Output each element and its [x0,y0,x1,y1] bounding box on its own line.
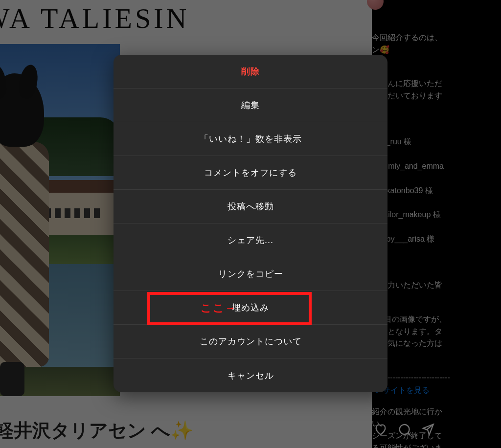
like-icon[interactable] [374,423,387,436]
mention[interactable]: @n.by___arisa 様 [372,233,501,246]
post-header-title: ZAWA TALIESIN [0,2,189,35]
caption-p2: 皆さんに応援いただ いただいております [372,78,501,102]
mention[interactable]: @ig_ruu 様 [372,136,501,148]
menu-item-embed[interactable]: 埋め込み [114,291,387,325]
hashtag-text: #軽井沢タリアセン [0,420,146,441]
menu-item-cancel[interactable]: キャンセル [114,358,387,392]
caption-p1: 今回紹介するのは、 ン🥰 [372,32,501,56]
caption-p4: 6枚目の画像ですが、 画像となります。タ で、気になった方は [372,314,501,350]
menu-item-share-to[interactable]: シェア先... [114,224,387,257]
mention[interactable]: @takatonbo39 様 [372,185,501,197]
post-action-row [372,423,434,436]
mention[interactable]: @mimiy_and_emma [372,160,501,173]
menu-item-delete[interactable]: 削除 [114,55,387,89]
menu-item-turn-off-comments[interactable]: コメントをオフにする [114,156,387,190]
mention[interactable]: @sailor_makeup 様 [372,209,501,221]
hashtag-suffix: へ [146,420,171,441]
post-hashtag-row: めて #軽井沢タリアセン へ✨ [0,418,193,443]
app-stage: ZAWA TALIESIN めて #軽井沢タリアセン へ✨ [0,0,501,448]
caption-mentions: @ig_ruu 様 @mimiy_and_emma @takatonbo39 様… [372,124,501,258]
share-icon[interactable] [421,423,434,436]
menu-item-go-to-post[interactable]: 投稿へ移動 [114,190,387,224]
menu-item-hide-likes[interactable]: 「いいね！」数を非表示 [114,122,387,156]
post-options-menu: 削除 編集 「いいね！」数を非表示 コメントをオフにする 投稿へ移動 シェア先.… [114,55,387,392]
menu-item-edit[interactable]: 編集 [114,89,387,122]
caption-p3: ご協力いただいた皆 [372,279,501,291]
menu-item-copy-link[interactable]: リンクをコピー [114,257,387,291]
caption-divider: ------------------------------ [372,372,501,384]
dog-illustration [0,73,49,391]
post-photo [0,44,120,396]
caption-body: 今回紹介するのは、 ン🥰 皆さんに応援いただ いただいております @ig_ruu… [372,20,501,448]
menu-item-about-account[interactable]: このアカウントについて [114,325,387,358]
sparkle-icon: ✨ [170,420,193,441]
caption-panel: 今回紹介するのは、 ン🥰 皆さんに応援いただ いただいております @ig_ruu… [372,0,501,448]
comment-icon[interactable] [397,423,411,436]
